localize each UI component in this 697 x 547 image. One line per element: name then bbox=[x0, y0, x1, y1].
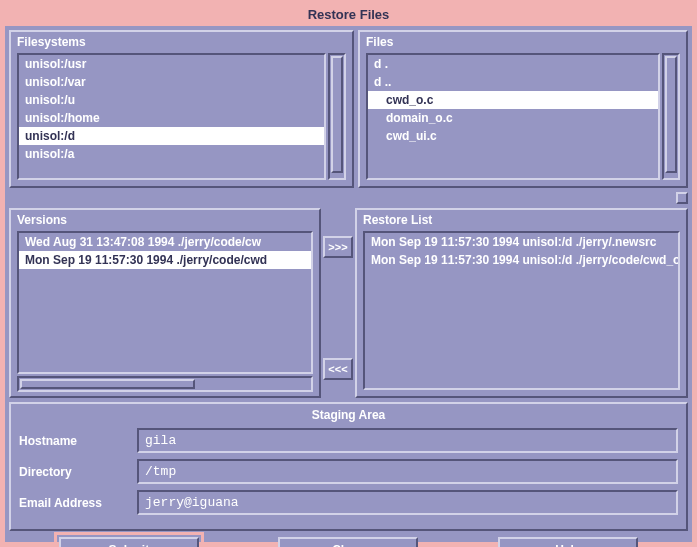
filesystems-scrollbar[interactable] bbox=[328, 53, 346, 180]
list-item[interactable]: unisol:/usr bbox=[19, 55, 324, 73]
restore-list-panel: Restore List Mon Sep 19 11:57:30 1994 un… bbox=[355, 208, 688, 398]
list-item[interactable]: Mon Sep 19 11:57:30 1994 ./jerry/code/cw… bbox=[19, 251, 311, 269]
hostname-input[interactable] bbox=[137, 428, 678, 453]
email-row: Email Address bbox=[19, 490, 678, 515]
list-item[interactable]: domain_o.c bbox=[368, 109, 658, 127]
help-button[interactable]: Help bbox=[498, 537, 638, 547]
files-listbox[interactable]: d .d ..cwd_o.cdomain_o.ccwd_ui.c bbox=[366, 53, 660, 180]
directory-label: Directory bbox=[19, 465, 129, 479]
content-area: Filesystems unisol:/usrunisol:/varunisol… bbox=[5, 26, 692, 547]
transfer-buttons: >>> <<< bbox=[321, 208, 355, 398]
restore-files-window: Restore Files Filesystems unisol:/usruni… bbox=[0, 0, 697, 547]
files-title: Files bbox=[360, 32, 686, 53]
staging-area-panel: Staging Area Hostname Directory Email Ad… bbox=[9, 402, 688, 531]
list-item[interactable]: unisol:/a bbox=[19, 145, 324, 163]
list-item[interactable]: unisol:/u bbox=[19, 91, 324, 109]
list-item[interactable]: d .. bbox=[368, 73, 658, 91]
remove-from-restore-button[interactable]: <<< bbox=[323, 358, 353, 380]
list-item[interactable]: Wed Aug 31 13:47:08 1994 ./jerry/code/cw bbox=[19, 233, 311, 251]
list-item[interactable]: d . bbox=[368, 55, 658, 73]
submit-button[interactable]: Submit bbox=[59, 537, 199, 547]
email-label: Email Address bbox=[19, 496, 129, 510]
list-item[interactable]: cwd_o.c bbox=[368, 91, 658, 109]
top-row: Filesystems unisol:/usrunisol:/varunisol… bbox=[9, 30, 688, 188]
versions-listbox[interactable]: Wed Aug 31 13:47:08 1994 ./jerry/code/cw… bbox=[17, 231, 313, 374]
staging-area-title: Staging Area bbox=[19, 408, 678, 422]
versions-title: Versions bbox=[11, 210, 319, 231]
restore-list-title: Restore List bbox=[357, 210, 686, 231]
list-item[interactable]: unisol:/var bbox=[19, 73, 324, 91]
filesystems-listbox[interactable]: unisol:/usrunisol:/varunisol:/uunisol:/h… bbox=[17, 53, 326, 180]
files-scrollbar[interactable] bbox=[662, 53, 680, 180]
files-panel: Files d .d ..cwd_o.cdomain_o.ccwd_ui.c bbox=[358, 30, 688, 188]
directory-input[interactable] bbox=[137, 459, 678, 484]
titlebar: Restore Files bbox=[5, 5, 692, 26]
restore-list-listbox[interactable]: Mon Sep 19 11:57:30 1994 unisol:/d ./jer… bbox=[363, 231, 680, 390]
versions-hscrollbar[interactable] bbox=[17, 376, 313, 392]
add-to-restore-button[interactable]: >>> bbox=[323, 236, 353, 258]
versions-panel: Versions Wed Aug 31 13:47:08 1994 ./jerr… bbox=[9, 208, 321, 398]
hostname-row: Hostname bbox=[19, 428, 678, 453]
email-input[interactable] bbox=[137, 490, 678, 515]
directory-row: Directory bbox=[19, 459, 678, 484]
hostname-label: Hostname bbox=[19, 434, 129, 448]
button-row: Submit Close Help bbox=[9, 535, 688, 547]
filesystems-title: Filesystems bbox=[11, 32, 352, 53]
list-item[interactable]: unisol:/home bbox=[19, 109, 324, 127]
list-item[interactable]: Mon Sep 19 11:57:30 1994 unisol:/d ./jer… bbox=[365, 233, 678, 251]
filesystems-panel: Filesystems unisol:/usrunisol:/varunisol… bbox=[9, 30, 354, 188]
resize-grip-icon[interactable] bbox=[676, 192, 688, 204]
middle-row: Versions Wed Aug 31 13:47:08 1994 ./jerr… bbox=[9, 208, 688, 398]
list-item[interactable]: unisol:/d bbox=[19, 127, 324, 145]
close-button[interactable]: Close bbox=[278, 537, 418, 547]
list-item[interactable]: cwd_ui.c bbox=[368, 127, 658, 145]
list-item[interactable]: Mon Sep 19 11:57:30 1994 unisol:/d ./jer… bbox=[365, 251, 678, 269]
